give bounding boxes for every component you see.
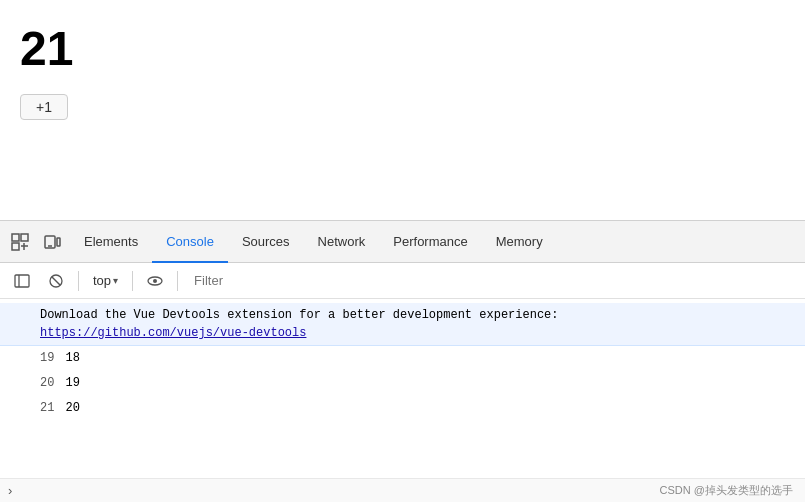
console-log-line-3: 21 20 [0,396,805,421]
console-value-19: 19 [40,351,54,365]
svg-rect-2 [12,243,19,250]
console-value-21: 21 [40,401,54,415]
context-selector[interactable]: top ▾ [87,271,124,290]
vue-devtools-link[interactable]: https://github.com/vuejs/vue-devtools [40,326,306,340]
console-value-18: 18 [66,351,80,365]
tab-performance[interactable]: Performance [379,223,481,264]
tab-sources[interactable]: Sources [228,223,304,264]
device-toolbar-icon[interactable] [38,228,66,256]
svg-point-11 [153,279,157,283]
console-value-19b: 19 [66,376,80,390]
tab-elements[interactable]: Elements [70,223,152,264]
clear-console-button[interactable] [42,267,70,295]
svg-rect-4 [57,238,60,246]
console-value-20b: 20 [66,401,80,415]
live-expressions-button[interactable] [141,267,169,295]
console-toolbar: top ▾ [0,263,805,299]
filter-input[interactable] [186,269,797,292]
console-value-20: 20 [40,376,54,390]
svg-rect-1 [21,234,28,241]
tab-console[interactable]: Console [152,223,228,264]
tab-memory[interactable]: Memory [482,223,557,264]
toolbar-separator-1 [78,271,79,291]
counter-display: 21 [20,20,785,78]
increment-button[interactable]: +1 [20,94,68,120]
watermark-text: CSDN @掉头发类型的选手 [660,483,793,498]
devtools-tabs-bar: Elements Console Sources Network Perform… [0,221,805,263]
devtools-footer: CSDN @掉头发类型的选手 [0,478,805,502]
console-output: Download the Vue Devtools extension for … [0,299,805,478]
console-info-text: Download the Vue Devtools extension for … [40,308,558,322]
toolbar-separator-2 [132,271,133,291]
toolbar-separator-3 [177,271,178,291]
inspect-element-icon[interactable] [6,228,34,256]
tab-network[interactable]: Network [304,223,380,264]
chevron-down-icon: ▾ [113,275,118,286]
svg-line-9 [52,277,60,285]
sidebar-toggle-button[interactable] [8,267,36,295]
console-log-line-1: 19 18 [0,346,805,371]
svg-rect-6 [15,275,29,287]
devtools-panel: Elements Console Sources Network Perform… [0,220,805,502]
main-content: 21 +1 [0,0,805,220]
console-info-line: Download the Vue Devtools extension for … [0,303,805,346]
console-log-line-2: 20 19 [0,371,805,396]
svg-rect-0 [12,234,19,241]
bottom-chevron-icon[interactable]: › [8,483,12,498]
